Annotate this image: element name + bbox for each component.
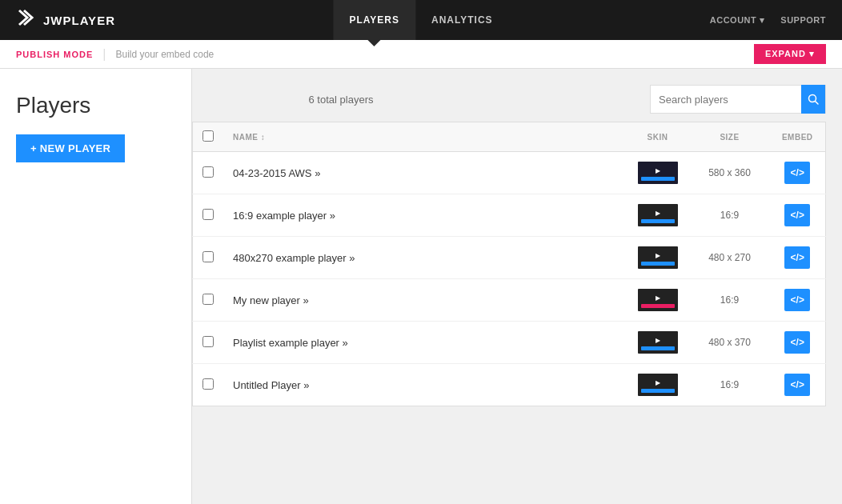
- nav-center: PLAYERS ANALYTICS: [333, 0, 508, 40]
- skin-thumbnail: ▶: [638, 204, 678, 226]
- page-title: Players: [16, 93, 175, 118]
- nav-account[interactable]: ACCOUNT ▾: [710, 15, 765, 26]
- player-name[interactable]: 480x270 example player »: [223, 237, 626, 279]
- logo-icon: [16, 9, 38, 31]
- embed-button[interactable]: </>: [784, 162, 810, 184]
- main-content: Players + NEW PLAYER 6 total players: [0, 69, 842, 504]
- embed-button[interactable]: </>: [784, 204, 810, 226]
- player-size: 16:9: [690, 279, 770, 322]
- table-row: 480x270 example player » ▶ 480 x 270</>: [193, 237, 826, 279]
- select-all-checkbox[interactable]: [202, 130, 214, 142]
- skin-bar: [641, 304, 675, 308]
- row-checkbox[interactable]: [202, 378, 214, 390]
- player-embed: </>: [770, 194, 826, 237]
- row-checkbox[interactable]: [202, 209, 214, 220]
- players-table: NAME ↕ SKIN SIZE EMBED 04-23-2: [192, 122, 826, 406]
- skin-bar: [641, 389, 675, 393]
- player-embed: </>: [770, 279, 826, 322]
- table-row: Playlist example player » ▶ 480 x 370</>: [193, 322, 826, 364]
- skin-bar: [641, 346, 675, 350]
- player-skin: ▶: [626, 364, 690, 406]
- player-embed: </>: [770, 152, 826, 194]
- player-size: 16:9: [690, 194, 770, 237]
- search-box: [650, 85, 826, 114]
- new-player-button[interactable]: + NEW PLAYER: [16, 134, 125, 162]
- page-wrapper: JWPLAYER PLAYERS ANALYTICS ACCOUNT ▾ SUP…: [0, 0, 842, 504]
- player-name[interactable]: My new player »: [223, 279, 626, 322]
- nav-item-players[interactable]: PLAYERS: [333, 0, 415, 40]
- table-row: My new player » ▶ 16:9</>: [193, 279, 826, 322]
- svg-line-1: [816, 102, 819, 105]
- publish-desc: Build your embed code: [116, 49, 215, 60]
- publish-bar: PUBLISH MODE | Build your embed code EXP…: [0, 40, 842, 69]
- skin-thumbnail: ▶: [638, 162, 678, 184]
- player-embed: </>: [770, 237, 826, 279]
- skin-thumbnail: ▶: [638, 331, 678, 354]
- player-size: 480 x 370: [690, 322, 770, 364]
- player-name[interactable]: Playlist example player »: [223, 322, 626, 364]
- table-row: Untitled Player » ▶ 16:9</>: [193, 364, 826, 406]
- row-checkbox[interactable]: [202, 251, 214, 262]
- player-embed: </>: [770, 364, 826, 406]
- search-input[interactable]: [651, 94, 801, 106]
- publish-divider: |: [102, 47, 106, 62]
- total-players: 6 total players: [192, 94, 650, 106]
- player-size: 16:9: [690, 364, 770, 406]
- skin-bar: [641, 219, 675, 223]
- col-header-size: SIZE: [690, 122, 770, 152]
- col-header-check: [193, 122, 224, 152]
- expand-button[interactable]: EXPAND ▾: [754, 44, 826, 64]
- sidebar: Players + NEW PLAYER: [0, 69, 192, 504]
- player-name[interactable]: Untitled Player »: [223, 364, 626, 406]
- skin-thumbnail: ▶: [638, 374, 678, 396]
- row-checkbox[interactable]: [202, 336, 214, 347]
- publish-mode-label: PUBLISH MODE: [16, 50, 93, 59]
- search-icon: [808, 94, 819, 105]
- nav-item-analytics[interactable]: ANALYTICS: [415, 0, 509, 40]
- player-embed: </>: [770, 322, 826, 364]
- nav-right: ACCOUNT ▾ SUPPORT: [710, 15, 826, 26]
- player-size: 480 x 270: [690, 237, 770, 279]
- logo-area: JWPLAYER: [16, 9, 115, 31]
- row-checkbox[interactable]: [202, 294, 214, 305]
- skin-thumbnail: ▶: [638, 246, 678, 269]
- table-header-row: 6 total players: [192, 85, 826, 114]
- player-skin: ▶: [626, 279, 690, 322]
- top-nav: JWPLAYER PLAYERS ANALYTICS ACCOUNT ▾ SUP…: [0, 0, 842, 40]
- col-header-embed: EMBED: [770, 122, 826, 152]
- row-checkbox[interactable]: [202, 166, 214, 178]
- table-row: 04-23-2015 AWS » ▶ 580 x 360</>: [193, 152, 826, 194]
- embed-button[interactable]: </>: [784, 246, 810, 269]
- col-header-name: NAME ↕: [223, 122, 626, 152]
- embed-button[interactable]: </>: [784, 289, 810, 311]
- search-button[interactable]: [801, 85, 825, 114]
- table-area: 6 total players: [192, 69, 842, 504]
- player-name[interactable]: 04-23-2015 AWS »: [223, 152, 626, 194]
- player-skin: ▶: [626, 322, 690, 364]
- nav-support[interactable]: SUPPORT: [780, 15, 826, 25]
- player-skin: ▶: [626, 194, 690, 237]
- embed-button[interactable]: </>: [784, 331, 810, 354]
- col-header-skin: SKIN: [626, 122, 690, 152]
- player-skin: ▶: [626, 152, 690, 194]
- skin-bar: [641, 262, 675, 266]
- skin-bar: [641, 177, 675, 181]
- publish-left: PUBLISH MODE | Build your embed code: [16, 47, 214, 62]
- table-row: 16:9 example player » ▶ 16:9</>: [193, 194, 826, 237]
- player-skin: ▶: [626, 237, 690, 279]
- player-size: 580 x 360: [690, 152, 770, 194]
- embed-button[interactable]: </>: [784, 374, 810, 396]
- logo-text: JWPLAYER: [43, 14, 115, 27]
- player-name[interactable]: 16:9 example player »: [223, 194, 626, 237]
- skin-thumbnail: ▶: [638, 289, 678, 311]
